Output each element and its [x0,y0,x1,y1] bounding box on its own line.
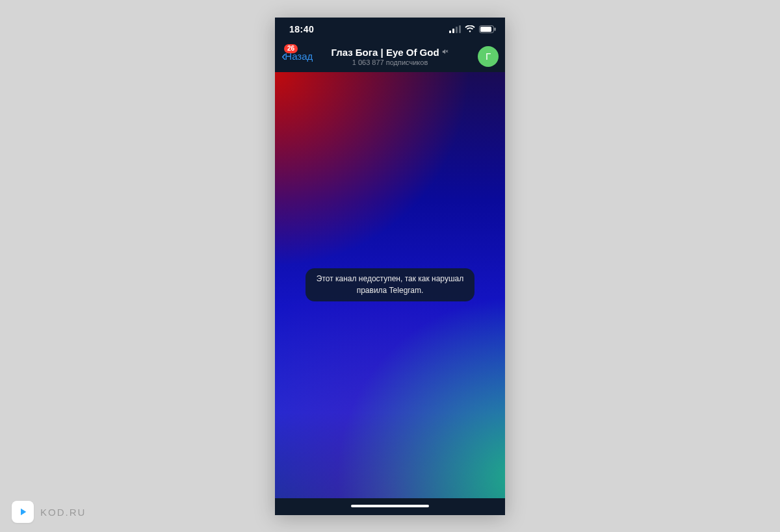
channel-unavailable-message: Этот канал недоступен, так как нарушал п… [306,268,474,301]
subscriber-count: 1 063 877 подписчиков [331,58,448,66]
status-bar: 18:40 [275,18,505,41]
status-time: 18:40 [289,24,314,34]
svg-rect-3 [459,25,461,33]
chat-area[interactable]: Этот канал недоступен, так как нарушал п… [275,72,505,498]
back-button[interactable]: 26 ‹ Назад [281,49,313,64]
battery-icon [479,25,496,33]
muted-icon [442,48,449,57]
wifi-icon [465,25,475,33]
channel-title: Глаз Бога | Eye Of God [331,47,439,58]
source-watermark: KOD.RU [12,501,86,523]
svg-rect-6 [495,27,496,31]
bottom-bar [275,498,505,515]
cellular-icon [449,25,461,33]
channel-title-block[interactable]: Глаз Бога | Eye Of God 1 063 877 подписч… [331,47,448,66]
svg-rect-5 [480,27,491,32]
home-indicator[interactable] [351,505,429,507]
phone-frame: 18:40 26 ‹ Назад Глаз [275,18,505,515]
channel-avatar[interactable]: Г [478,46,499,67]
svg-rect-0 [449,31,451,33]
status-icons [449,25,496,33]
avatar-letter: Г [486,51,491,62]
watermark-logo-icon [12,501,34,523]
svg-rect-1 [452,29,454,33]
watermark-text: KOD.RU [40,507,86,518]
unread-badge: 26 [284,44,298,53]
chat-header: 26 ‹ Назад Глаз Бога | Eye Of God 1 063 … [275,41,505,72]
svg-rect-2 [456,27,458,33]
